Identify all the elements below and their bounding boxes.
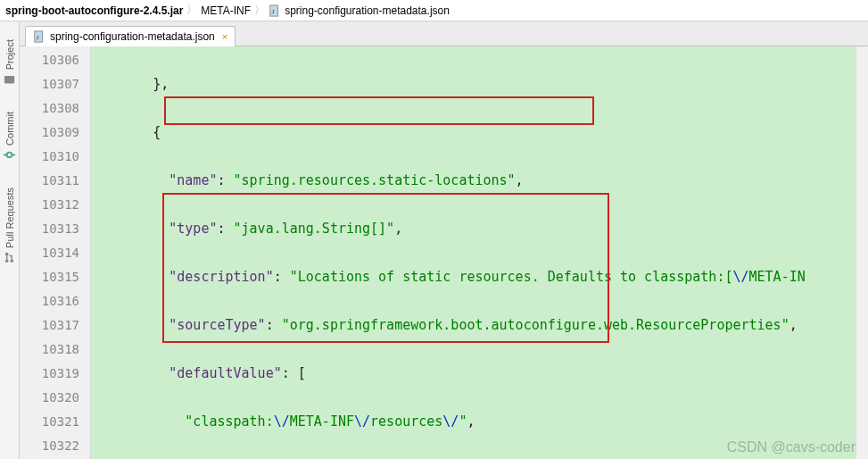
- json-file-icon: J: [33, 30, 45, 43]
- commit-icon: [4, 149, 15, 161]
- svg-rect-2: [4, 76, 14, 83]
- tool-window-bar: Project Commit Pull Requests: [0, 21, 20, 459]
- json-file-icon: J: [269, 4, 281, 17]
- breadcrumb: spring-boot-autoconfigure-2.4.5.jar 〉 ME…: [0, 0, 868, 21]
- breadcrumb-item-jar[interactable]: spring-boot-autoconfigure-2.4.5.jar: [5, 4, 183, 17]
- code-editor[interactable]: 10306 10307 10308 10309 10310 10311 1031…: [20, 46, 868, 459]
- watermark: CSDN @cavs-coder: [727, 439, 856, 455]
- tab-label: spring-configuration-metadata.json: [50, 30, 215, 43]
- vertical-scrollbar[interactable]: [856, 46, 868, 459]
- breadcrumb-item-file[interactable]: J spring-configuration-metadata.json: [269, 4, 450, 17]
- chevron-right-icon: 〉: [254, 3, 265, 18]
- line-number-gutter: 10306 10307 10308 10309 10310 10311 1031…: [20, 46, 91, 459]
- chevron-right-icon: 〉: [186, 3, 197, 18]
- tool-tab-commit[interactable]: Commit: [4, 112, 15, 161]
- svg-text:J: J: [37, 34, 39, 40]
- project-icon: [4, 73, 15, 85]
- svg-point-8: [10, 259, 13, 263]
- editor-tabs: J spring-configuration-metadata.json ×: [0, 21, 868, 46]
- svg-point-6: [5, 253, 9, 256]
- tab-active-file[interactable]: J spring-configuration-metadata.json ×: [25, 26, 236, 46]
- code-content[interactable]: }, { "name": "spring.resources.static-lo…: [91, 46, 868, 459]
- tool-tab-pull-requests[interactable]: Pull Requests: [4, 188, 15, 263]
- svg-text:J: J: [272, 7, 275, 13]
- svg-point-3: [7, 153, 12, 158]
- breadcrumb-item-folder[interactable]: META-INF: [201, 4, 251, 17]
- tool-tab-project[interactable]: Project: [4, 39, 15, 85]
- pull-request-icon: [4, 252, 15, 263]
- close-icon[interactable]: ×: [222, 31, 227, 42]
- svg-point-7: [5, 259, 9, 263]
